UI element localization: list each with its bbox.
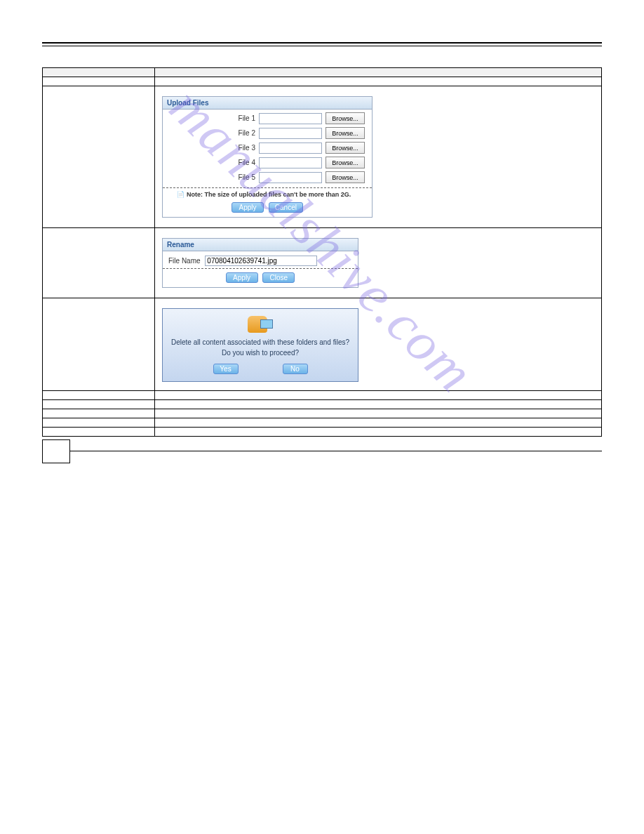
row-desc — [155, 400, 602, 409]
row-desc: Delete all content associated with these… — [155, 298, 602, 391]
row-label — [43, 418, 155, 428]
row-label — [43, 86, 155, 228]
row-label — [43, 400, 155, 409]
rename-panel: Rename File Name Apply Close — [162, 238, 358, 288]
cancel-button[interactable]: Cancel — [269, 202, 303, 213]
header-rule-thin — [42, 46, 602, 46]
file-label: File 2 — [239, 129, 255, 137]
delete-icon — [163, 309, 358, 337]
file-2-input[interactable] — [259, 128, 322, 139]
confirm-line1: Delete all content associated with these… — [170, 337, 351, 348]
apply-button[interactable]: Apply — [232, 202, 264, 213]
file-label: File 5 — [239, 173, 255, 181]
browse-button[interactable]: Browse... — [326, 171, 365, 183]
row-desc: Rename File Name Apply Close — [155, 228, 602, 298]
table-row — [43, 428, 602, 437]
row-label — [43, 391, 155, 400]
file-3-input[interactable] — [259, 143, 322, 154]
close-button[interactable]: Close — [262, 272, 295, 283]
col-desc-header — [155, 68, 602, 77]
table-row — [43, 77, 602, 86]
upload-files-panel: Upload Files File 1 Browse... File 2 Bro… — [162, 96, 373, 218]
row-label — [43, 228, 155, 298]
browse-button[interactable]: Browse... — [326, 142, 365, 154]
row-desc — [155, 409, 602, 418]
row-label — [43, 77, 155, 86]
upload-note: Note: The size of uploaded files can't b… — [163, 187, 372, 199]
browse-button[interactable]: Browse... — [326, 157, 365, 168]
row-desc — [155, 391, 602, 400]
rename-field-label: File Name — [168, 257, 201, 265]
page-footer — [42, 451, 602, 451]
apply-button[interactable]: Apply — [226, 272, 258, 283]
table-row: Delete all content associated with these… — [43, 298, 602, 391]
file-5-input[interactable] — [259, 172, 322, 183]
table-row — [43, 391, 602, 400]
upload-panel-title: Upload Files — [163, 97, 372, 110]
file-1-input[interactable] — [259, 113, 322, 124]
file-label: File 1 — [239, 114, 255, 122]
row-label — [43, 428, 155, 437]
file-label: File 4 — [239, 159, 255, 166]
file-4-input[interactable] — [259, 157, 322, 168]
row-desc: Upload Files File 1 Browse... File 2 Bro… — [155, 86, 602, 228]
table-row — [43, 400, 602, 409]
page-number-box — [42, 439, 70, 463]
file-label: File 3 — [239, 144, 255, 152]
definitions-table: Upload Files File 1 Browse... File 2 Bro… — [42, 67, 602, 437]
rename-panel-title: Rename — [163, 239, 358, 251]
browse-button[interactable]: Browse... — [326, 112, 365, 124]
rename-input[interactable] — [205, 256, 317, 266]
col-label-header — [43, 68, 155, 77]
row-desc — [155, 77, 602, 86]
row-desc — [155, 418, 602, 428]
row-desc — [155, 428, 602, 437]
browse-button[interactable]: Browse... — [326, 127, 365, 139]
table-row: Rename File Name Apply Close — [43, 228, 602, 298]
no-button[interactable]: No — [283, 364, 308, 374]
table-row: Upload Files File 1 Browse... File 2 Bro… — [43, 86, 602, 228]
table-row — [43, 409, 602, 418]
confirm-line2: Do you wish to proceed? — [170, 348, 351, 358]
yes-button[interactable]: Yes — [213, 364, 239, 374]
row-label — [43, 409, 155, 418]
row-label — [43, 298, 155, 391]
delete-confirm-dialog: Delete all content associated with these… — [162, 308, 358, 382]
header-rule-thick — [42, 42, 602, 44]
table-row — [43, 418, 602, 428]
